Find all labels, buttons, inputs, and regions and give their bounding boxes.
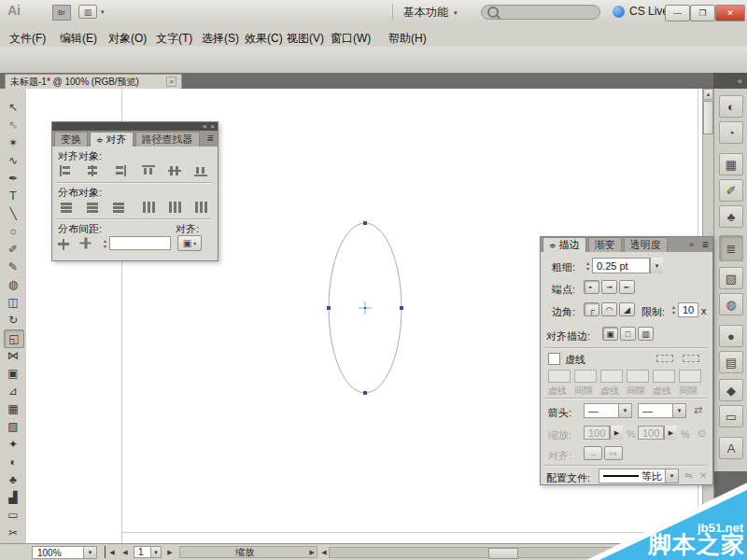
blob-brush-tool[interactable]: ◍ [4, 276, 22, 293]
zoom-select[interactable]: 100% ▾ [32, 546, 97, 559]
weight-spinner[interactable]: ▴▾ [584, 260, 592, 272]
status-menu-icon[interactable]: ▶ [310, 549, 317, 556]
distribute-left-button[interactable] [138, 199, 159, 215]
menu-select[interactable]: 选择(S) [198, 29, 243, 49]
stroke-panel-expand-icon[interactable]: » [689, 240, 694, 249]
limit-value[interactable]: 10 [678, 302, 698, 317]
menu-window[interactable]: 窗口(W) [327, 29, 374, 49]
join-miter-button[interactable]: ┌ [584, 302, 599, 316]
align-panel-menu-icon[interactable]: ≣ [206, 133, 214, 143]
align-panel-collapse-icon[interactable]: « [203, 122, 206, 131]
align-vertical-top-button[interactable] [138, 162, 159, 178]
pencil-tool[interactable]: ✎ [4, 259, 22, 275]
arrow-end-select[interactable]: — ▾ [638, 403, 686, 418]
ellipse-shape[interactable] [323, 217, 407, 399]
perspective-grid-tool[interactable]: ⊿ [4, 383, 22, 399]
weight-field[interactable]: ▴▾ 0.25 pt ▾ [584, 258, 663, 273]
distribute-top-button[interactable] [56, 199, 77, 215]
profile-select[interactable]: 等比 ▾ [599, 469, 679, 483]
distribute-right-button[interactable] [190, 199, 211, 215]
maximize-button[interactable]: ❐ [690, 5, 715, 21]
dashed-line-checkbox[interactable] [548, 353, 560, 365]
menu-help[interactable]: 帮助(H) [385, 29, 430, 49]
minimize-button[interactable]: — [665, 5, 690, 21]
align-horizontal-left-button[interactable] [56, 162, 77, 178]
workspace-switcher[interactable]: 基本功能 ▾ [403, 5, 458, 21]
tab-gradient[interactable]: 渐变 [588, 237, 622, 252]
gap-input-2[interactable] [627, 370, 649, 383]
transparency-panel-icon[interactable]: ◍ [719, 293, 743, 315]
graphic-styles-panel-icon[interactable]: ▤ [719, 351, 743, 373]
stroke-panel-menu-icon[interactable]: ≣ [701, 240, 709, 249]
gradient-panel-icon[interactable]: ▧ [719, 267, 743, 289]
artboards-panel-icon[interactable]: ▭ [719, 405, 743, 427]
arrange-documents-dropdown-icon[interactable]: ▾ [101, 8, 105, 16]
cap-butt-button[interactable]: ╸ [584, 280, 599, 294]
align-vertical-bottom-button[interactable] [190, 162, 211, 178]
align-stroke-outside-button[interactable]: ▥ [638, 327, 654, 341]
bridge-icon[interactable]: Br [52, 5, 71, 21]
join-bevel-button[interactable]: ◢ [619, 302, 635, 316]
tab-align[interactable]: ≑对齐 [90, 132, 134, 147]
gap-input-1[interactable] [574, 370, 597, 383]
lasso-tool[interactable]: ∿ [4, 152, 22, 169]
cap-projecting-button[interactable]: ╾ [619, 280, 635, 294]
spacing-value-field[interactable]: ▴▾ [101, 236, 171, 250]
paintbrush-tool[interactable]: ✐ [4, 241, 22, 258]
brushes-panel-icon[interactable]: ✐ [719, 179, 743, 202]
column-graph-tool[interactable]: ▟ [4, 489, 22, 506]
dash-input-2[interactable] [600, 370, 623, 383]
appearance-panel-icon[interactable]: ● [719, 325, 743, 347]
limit-field[interactable]: ▴▾ 10 [669, 302, 698, 317]
swap-arrows-icon[interactable]: ⇄ [694, 404, 702, 416]
menu-file[interactable]: 文件(F) [6, 29, 49, 49]
slice-tool[interactable]: ✂ [4, 525, 22, 541]
menu-type[interactable]: 文字(T) [152, 29, 196, 49]
document-close-icon[interactable]: × [166, 77, 176, 87]
pen-tool[interactable]: ✒ [4, 170, 22, 187]
eraser-tool[interactable]: ◫ [4, 294, 22, 311]
ellipse-tool[interactable]: ○ [4, 223, 22, 240]
tab-transparency[interactable]: 透明度 [624, 237, 668, 252]
search-input[interactable] [481, 5, 600, 20]
line-segment-tool[interactable]: ╲ [4, 205, 22, 222]
spacing-spinner[interactable]: ▴▾ [101, 238, 109, 249]
dash-input-1[interactable] [548, 370, 571, 383]
artboard-tool[interactable]: ▭ [4, 507, 22, 524]
horizontal-scrollbar[interactable] [329, 547, 698, 558]
close-button[interactable]: ✕ [715, 5, 745, 21]
selection-tool[interactable]: ↖ [4, 99, 22, 116]
gap-input-3[interactable] [679, 370, 701, 383]
spacing-value-input[interactable] [109, 236, 171, 250]
dock-collapse-header[interactable]: « [713, 73, 747, 89]
swatches-panel-icon[interactable]: ▦ [719, 153, 743, 175]
horizontal-scroll-thumb[interactable] [488, 548, 518, 559]
tab-transform[interactable]: 变换 [54, 132, 88, 147]
menu-object[interactable]: 对象(O) [105, 29, 150, 49]
align-panel-close-icon[interactable]: × [210, 122, 215, 131]
weight-value[interactable]: 0.25 pt [592, 258, 650, 273]
align-to-selector[interactable]: ▣ ▾ [177, 235, 202, 251]
color-panel-icon[interactable]: ◐ [719, 95, 743, 118]
align-vertical-center-button[interactable] [164, 162, 185, 178]
eyedropper-tool[interactable]: ✦ [4, 436, 22, 453]
arrange-documents-icon[interactable]: ▥ [78, 5, 97, 19]
stroke-panel-icon[interactable]: ≣ [719, 235, 743, 261]
color-guide-panel-icon[interactable]: ◔ [719, 121, 743, 144]
vertical-distribute-space-button[interactable] [56, 236, 73, 252]
dash-preset-1-icon[interactable] [656, 355, 673, 362]
gradient-tool[interactable]: ▧ [4, 418, 22, 435]
align-horizontal-right-button[interactable] [108, 162, 129, 178]
next-artboard-button[interactable]: ▶ [163, 546, 176, 558]
limit-spinner[interactable]: ▴▾ [669, 304, 678, 315]
dash-input-3[interactable] [653, 370, 675, 383]
blend-tool[interactable]: ◐ [4, 454, 22, 470]
align-stroke-inside-button[interactable]: □ [620, 327, 636, 341]
artboard-number-select[interactable]: 1 ▾ [134, 546, 162, 558]
join-round-button[interactable]: ◠ [601, 302, 617, 316]
shape-builder-tool[interactable]: ▣ [4, 365, 22, 382]
menu-effect[interactable]: 效果(C) [241, 29, 287, 49]
magic-wand-tool[interactable]: ✶ [4, 134, 22, 151]
first-artboard-button[interactable]: ◀ [105, 546, 119, 558]
width-tool[interactable]: ⋈ [4, 347, 22, 364]
